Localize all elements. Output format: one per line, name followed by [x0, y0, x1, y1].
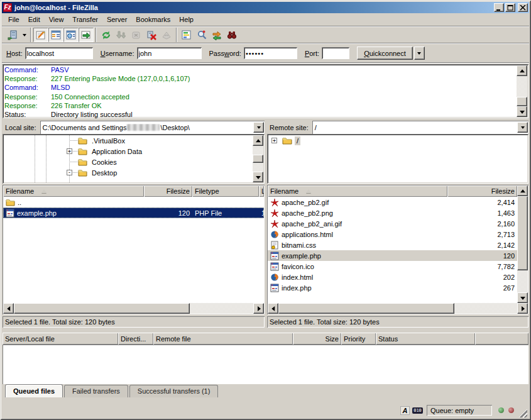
column-header-filetype[interactable]: Filetype	[192, 185, 259, 197]
remote-list-scrollbar[interactable]	[517, 185, 528, 303]
cancel-button[interactable]	[129, 28, 144, 42]
quickconnect-button[interactable]: Quickconnect	[357, 47, 413, 60]
scroll-up-button[interactable]	[253, 135, 263, 146]
local-site-dropdown-button[interactable]	[253, 122, 264, 133]
scrollbar-thumb[interactable]	[253, 155, 263, 163]
local-site-combo[interactable]: C:\Documents and Settings\Desktop\	[40, 121, 265, 134]
list-item[interactable]: index.php 267	[268, 282, 517, 293]
list-item[interactable]: index.html 202	[268, 272, 517, 282]
remote-site-combo[interactable]: /	[312, 121, 528, 134]
find-files-button[interactable]	[224, 28, 239, 42]
tree-item-virtualbox[interactable]: .VirtualBox	[4, 135, 253, 146]
scroll-up-button[interactable]	[517, 185, 528, 196]
scrollbar-track[interactable]	[253, 163, 263, 172]
site-manager-dropdown-button[interactable]	[20, 28, 28, 42]
list-item[interactable]: apache_pb2.png 1,463	[268, 207, 517, 218]
password-input[interactable]	[244, 47, 297, 59]
binary-badge-icon[interactable]: 010	[412, 407, 423, 414]
scrollbar-track[interactable]	[454, 303, 517, 314]
filter-button[interactable]	[179, 28, 194, 42]
maximize-button[interactable]	[505, 3, 515, 12]
refresh-button[interactable]	[99, 28, 114, 42]
column-header-server-local-file[interactable]: Server/Local file	[3, 333, 118, 345]
column-header-filename[interactable]: Filename	[3, 185, 144, 197]
tab-queued-files[interactable]: Queued files	[5, 384, 63, 397]
quickconnect-dropdown-button[interactable]	[414, 47, 425, 60]
toggle-message-log-button[interactable]	[33, 28, 48, 42]
column-header-priority[interactable]: Priority	[341, 333, 376, 345]
column-header-remote-file[interactable]: Remote file	[153, 333, 293, 345]
menu-bookmarks[interactable]: Bookmarks	[131, 14, 175, 25]
minimize-button[interactable]	[494, 3, 504, 12]
tree-item-root[interactable]: + /	[268, 135, 527, 146]
username-input[interactable]	[137, 47, 202, 59]
menu-server[interactable]: Server	[102, 14, 131, 25]
list-item[interactable]: favicon.ico 7,782	[268, 261, 517, 272]
scrollbar-track[interactable]	[253, 146, 263, 155]
list-item[interactable]: apache_pb2_ani.gif 2,160	[268, 218, 517, 229]
app-icon[interactable]: Fz	[3, 3, 12, 12]
toggle-transfer-queue-button[interactable]	[79, 28, 94, 42]
list-item[interactable]: apache_pb2.gif 2,414	[268, 197, 517, 207]
close-button[interactable]	[518, 3, 528, 12]
scroll-left-button[interactable]	[3, 303, 14, 314]
scrollbar-thumb[interactable]	[14, 303, 190, 314]
toggle-local-treeview-button[interactable]	[48, 28, 63, 42]
scroll-down-button[interactable]	[517, 106, 527, 117]
scrollbar-thumb[interactable]	[517, 196, 528, 270]
port-input[interactable]	[322, 47, 349, 59]
scroll-up-button[interactable]	[517, 65, 527, 76]
disconnect-button[interactable]	[144, 28, 159, 42]
scroll-left-button[interactable]	[268, 303, 278, 314]
remote-list-hscrollbar[interactable]	[268, 303, 528, 314]
column-header-lastmodified[interactable]: L	[259, 185, 264, 197]
site-manager-button[interactable]	[5, 28, 20, 42]
scroll-right-button[interactable]	[517, 303, 528, 314]
tree-item-application-data[interactable]: + Application Data	[4, 146, 253, 157]
column-header-size[interactable]: Size	[293, 333, 341, 345]
toggle-remote-treeview-button[interactable]	[63, 28, 79, 42]
scrollbar-track[interactable]	[517, 76, 527, 97]
host-input[interactable]	[25, 47, 93, 59]
directory-comparison-button[interactable]	[194, 28, 209, 42]
column-header-filesize[interactable]: Filesize	[447, 185, 517, 197]
reconnect-button[interactable]	[159, 28, 174, 42]
column-header-filesize[interactable]: Filesize	[144, 185, 192, 197]
menu-transfer[interactable]: Transfer	[68, 14, 102, 25]
remote-site-dropdown-button[interactable]	[517, 122, 528, 133]
column-header-direction[interactable]: Directi...	[118, 333, 153, 345]
menu-view[interactable]: View	[45, 14, 68, 25]
list-item[interactable]: bitnami.css 2,142	[268, 240, 517, 250]
list-item[interactable]: applications.html 2,713	[268, 229, 517, 240]
tree-item-desktop[interactable]: - Desktop	[4, 167, 253, 178]
scrollbar-thumb[interactable]	[517, 97, 527, 106]
tree-item-cookies[interactable]: Cookies	[4, 157, 253, 167]
log-scrollbar[interactable]	[517, 65, 527, 117]
tab-successful-transfers[interactable]: Successful transfers (1)	[129, 385, 219, 397]
scroll-down-button[interactable]	[253, 172, 263, 182]
scrollbar-thumb[interactable]	[278, 303, 454, 314]
tree-expander[interactable]: +	[67, 148, 72, 154]
column-header-status[interactable]: Status	[376, 333, 475, 345]
scroll-down-button[interactable]	[517, 292, 528, 303]
resize-grip[interactable]	[518, 409, 527, 417]
menu-help[interactable]: Help	[175, 14, 198, 25]
local-tree-scrollbar[interactable]	[253, 135, 263, 182]
ascii-type-icon[interactable]: A	[400, 406, 410, 415]
list-item-example-php[interactable]: example.php 120 PHP File 1	[3, 207, 264, 218]
menu-file[interactable]: File	[4, 14, 24, 25]
scroll-right-button[interactable]	[253, 303, 264, 314]
tree-expander[interactable]: -	[67, 170, 72, 175]
tab-failed-transfers[interactable]: Failed transfers	[64, 385, 128, 397]
list-item-parent-dir[interactable]: ..	[3, 197, 264, 207]
local-list-hscrollbar[interactable]	[3, 303, 264, 314]
scrollbar-track[interactable]	[517, 270, 528, 292]
synchronized-browsing-button[interactable]	[209, 28, 224, 42]
column-header-filename[interactable]: Filename	[268, 185, 447, 197]
scrollbar-track[interactable]	[190, 303, 253, 314]
process-queue-button[interactable]	[114, 28, 129, 42]
menu-edit[interactable]: Edit	[24, 14, 45, 25]
local-tree-pane: .VirtualBox + Application Data Cookies -…	[3, 134, 265, 184]
tree-expander[interactable]: +	[271, 138, 277, 143]
list-item-example-php[interactable]: example.php 120	[268, 250, 517, 261]
